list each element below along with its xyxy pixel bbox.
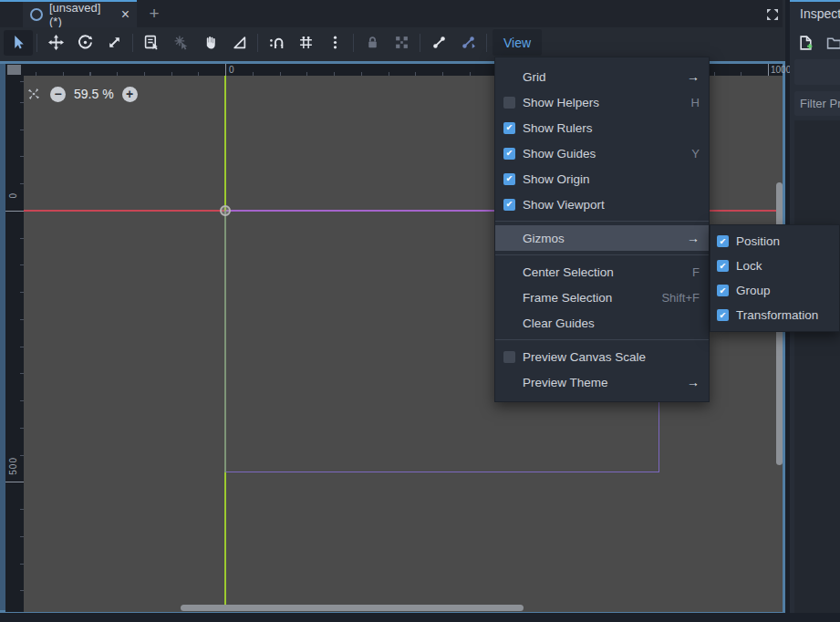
zoom-out-button[interactable]: − xyxy=(50,87,66,102)
rotate-tool-button[interactable] xyxy=(70,30,99,56)
checkbox-checked-icon: ✔ xyxy=(503,122,515,134)
menu-item-center-selection[interactable]: Center Selection F xyxy=(495,259,709,285)
checkbox-spacer xyxy=(503,377,515,389)
gizmos-submenu-popup: ✔ Position ✔ Lock ✔ Group ✔ Transformati… xyxy=(710,224,840,332)
menu-item-label: Preview Canvas Scale xyxy=(523,350,646,364)
checkbox-checked-icon: ✔ xyxy=(503,199,515,211)
menu-item-grid[interactable]: Grid → xyxy=(495,64,709,89)
dock-accent-line xyxy=(790,0,840,2)
menu-item-show-origin[interactable]: ✔ Show Origin xyxy=(495,166,709,192)
zoom-percentage[interactable]: 59.5 % xyxy=(74,87,114,101)
lock-object-button[interactable] xyxy=(358,30,387,56)
inspector-toolbar xyxy=(798,35,840,51)
menu-item-label: Position xyxy=(736,234,780,248)
menu-item-label: Lock xyxy=(736,259,762,273)
checkbox-checked-icon: ✔ xyxy=(503,173,515,185)
group-object-button[interactable] xyxy=(387,30,416,56)
menu-item-frame-selection[interactable]: Frame Selection Shift+F xyxy=(495,285,709,310)
y-axis-line-bottom xyxy=(224,472,226,611)
menu-item-gizmos[interactable]: Gizmos → xyxy=(495,225,709,251)
zoom-in-button[interactable]: + xyxy=(122,87,138,102)
close-tab-icon[interactable]: × xyxy=(121,7,130,22)
menu-separator xyxy=(495,339,709,340)
shortcut-label: F xyxy=(692,265,700,279)
godot-editor-window: [unsaved](*) × + xyxy=(0,0,840,622)
ruler-tick-0 xyxy=(5,211,24,212)
toolbar-separator xyxy=(486,34,487,52)
submenu-item-transformation[interactable]: ✔ Transformation xyxy=(710,303,839,327)
submenu-item-lock[interactable]: ✔ Lock xyxy=(710,254,839,278)
submenu-item-position[interactable]: ✔ Position xyxy=(710,229,839,254)
scene-tab-bar: [unsaved](*) × + xyxy=(0,0,783,27)
checkbox-checked-icon: ✔ xyxy=(717,285,729,296)
select-pivot-tool-button[interactable] xyxy=(166,30,195,56)
menu-item-show-viewport[interactable]: ✔ Show Viewport xyxy=(495,192,709,217)
submenu-item-group[interactable]: ✔ Group xyxy=(710,278,839,303)
scale-tool-button[interactable] xyxy=(99,30,129,56)
ruler-label-1000: 1000 xyxy=(771,65,791,75)
ruler-label-500: 500 xyxy=(8,457,18,475)
menu-item-clear-guides[interactable]: Clear Guides xyxy=(495,310,709,336)
resource-history-bar[interactable] xyxy=(794,59,840,85)
submenu-arrow-icon: → xyxy=(687,69,700,84)
menu-item-label: Show Origin xyxy=(523,172,590,186)
menu-item-preview-canvas-scale[interactable]: Preview Canvas Scale xyxy=(495,344,709,369)
menu-item-label: Center Selection xyxy=(523,265,614,279)
shortcut-label: H xyxy=(691,96,700,109)
horizontal-scrollbar[interactable] xyxy=(181,605,524,611)
menu-item-label: Transformation xyxy=(736,308,818,322)
menu-item-label: Preview Theme xyxy=(523,376,608,389)
checkbox-checked-icon: ✔ xyxy=(717,260,729,272)
skeleton-options-icon[interactable] xyxy=(453,30,482,56)
menu-item-label: Clear Guides xyxy=(523,316,595,330)
ruler-tick-1000 xyxy=(768,64,769,76)
ruler-corner-box xyxy=(5,64,24,76)
scene-icon xyxy=(30,8,43,21)
shortcut-label: Shift+F xyxy=(661,291,700,305)
focus-origin-icon[interactable] xyxy=(26,86,42,102)
shortcut-label: Y xyxy=(691,147,700,161)
menu-item-label: Group xyxy=(736,284,771,297)
inspector-body xyxy=(794,120,840,613)
menu-item-label: Show Guides xyxy=(523,147,596,161)
menu-item-show-rulers[interactable]: ✔ Show Rulers xyxy=(495,115,709,140)
menu-item-preview-theme[interactable]: Preview Theme → xyxy=(495,369,709,395)
load-resource-folder-icon[interactable] xyxy=(826,35,840,51)
ruler-vertical: 0 500 xyxy=(5,76,24,612)
smart-snap-toggle[interactable] xyxy=(262,30,291,56)
snap-options-menu-button[interactable] xyxy=(320,30,349,56)
menu-item-label: Grid xyxy=(523,70,546,84)
ruler-tick-0 xyxy=(225,64,226,76)
move-tool-button[interactable] xyxy=(41,30,70,56)
checkbox-unchecked-icon xyxy=(503,351,515,363)
view-menu-button[interactable]: View xyxy=(493,29,542,56)
checkbox-unchecked-icon xyxy=(503,97,515,109)
toolbar-separator xyxy=(353,34,354,52)
toolbar-separator xyxy=(132,34,133,52)
canvas-toolbar: View xyxy=(0,27,783,57)
menu-item-show-guides[interactable]: ✔ Show Guides Y xyxy=(495,140,709,166)
checkbox-checked-icon: ✔ xyxy=(717,309,729,321)
scene-tab-unsaved[interactable]: [unsaved](*) × xyxy=(23,2,137,27)
checkbox-spacer xyxy=(503,233,515,244)
menu-item-label: Gizmos xyxy=(523,232,565,245)
skeleton-icon[interactable] xyxy=(424,30,453,56)
new-scene-tab-button[interactable]: + xyxy=(144,3,164,25)
menu-item-show-helpers[interactable]: Show Helpers H xyxy=(495,89,709,115)
list-select-tool-button[interactable] xyxy=(137,30,166,56)
menu-item-label: Show Viewport xyxy=(523,198,605,212)
y-axis-line-mid xyxy=(224,211,226,472)
toolbar-separator xyxy=(420,34,420,52)
new-resource-icon[interactable] xyxy=(798,35,814,51)
ruler-tool-button[interactable] xyxy=(224,30,254,56)
toolbar-separator xyxy=(36,34,37,52)
checkbox-spacer xyxy=(503,71,515,83)
checkbox-checked-icon: ✔ xyxy=(717,235,729,247)
select-tool-button[interactable] xyxy=(4,30,33,56)
grid-snap-toggle[interactable] xyxy=(291,30,320,56)
y-axis-line xyxy=(224,76,226,211)
origin-marker xyxy=(220,205,231,216)
filter-properties-input[interactable] xyxy=(794,91,840,116)
pan-tool-button[interactable] xyxy=(195,30,224,56)
distraction-free-mode-icon[interactable] xyxy=(762,5,783,24)
